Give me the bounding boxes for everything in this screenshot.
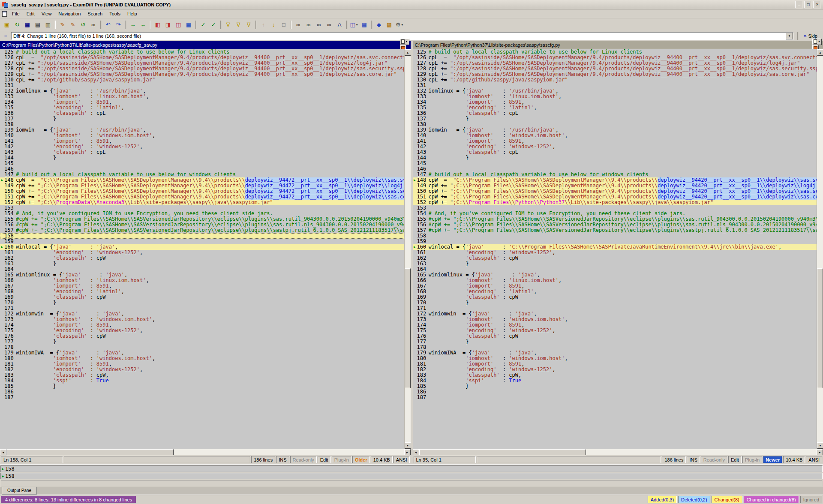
code-line[interactable]: 137 } <box>0 116 404 122</box>
maximize-button[interactable]: □ <box>804 1 812 8</box>
scrollbar-track[interactable] <box>817 56 823 442</box>
code-line[interactable]: 173 'iomhost' : 'windows.iom.host', <box>413 317 817 322</box>
titlebar[interactable]: sascfg_sav.py | sascfg.py - ExamDiff Pro… <box>0 0 823 9</box>
code-line[interactable]: 130cpL += ":/opt/github/saspy/java/saspy… <box>413 77 817 83</box>
prev-difference-button[interactable]: ← <box>138 20 148 30</box>
code-line[interactable]: 126cpL = "/opt/sasinside/SASHome/SASDepl… <box>0 55 404 60</box>
code-line[interactable]: 170 } <box>0 300 404 306</box>
search-button[interactable]: ∞ <box>88 20 99 30</box>
code-line[interactable]: 134 'iomport' : 8591, <box>413 99 817 105</box>
match-case-button[interactable]: A <box>334 20 345 30</box>
code-line[interactable]: 180 'iomhost' : 'windows.iom.host', <box>0 356 404 361</box>
close-button[interactable]: × <box>813 1 821 8</box>
code-line[interactable]: ►160winlocal = {'java' : 'C:\\Program Fi… <box>413 244 817 250</box>
code-line[interactable]: 154# And, if you've configured IOM to us… <box>0 211 404 216</box>
code-line[interactable]: 147# build out a local classpath variabl… <box>0 172 404 177</box>
code-line[interactable]: 172winiomwin = {'java' : 'java', <box>0 311 404 317</box>
code-line[interactable]: 184 'sspi' : True <box>0 378 404 384</box>
code-line[interactable]: 132iomlinux = {'java' : '/usr/bin/java', <box>0 88 404 94</box>
code-line[interactable]: 138 <box>0 122 404 127</box>
code-line[interactable]: 170 } <box>413 300 817 306</box>
edit-indicator[interactable]: Edit <box>318 456 331 463</box>
filter-changed-button[interactable]: ∇ <box>233 20 243 30</box>
code-line[interactable]: 158 <box>413 233 817 239</box>
menu-edit[interactable]: Edit <box>23 10 38 18</box>
code-line[interactable]: 136 'classpath' : cpL <box>0 111 404 116</box>
menu-file[interactable]: File <box>9 10 23 18</box>
code-line[interactable]: 181 'iomport' : 8591, <box>413 361 817 367</box>
combo-dropdown-button[interactable]: ▼ <box>786 33 793 39</box>
filter-button[interactable]: ∇ <box>223 20 233 30</box>
code-line[interactable]: 127cpL += ":/opt/sasinside/SASHome/SASDe… <box>413 60 817 66</box>
code-line[interactable]: 176 'classpath' : cpW <box>0 333 404 339</box>
code-line[interactable]: 142 'encoding' : 'windows-1252', <box>0 144 404 150</box>
code-line[interactable]: 128cpL += ":/opt/sasinside/SASHome/SASDe… <box>0 66 404 72</box>
code-line[interactable]: 176 'classpath' : cpW <box>413 333 817 339</box>
plugin-indicator[interactable]: Plug-in <box>332 456 351 463</box>
scrollbar-track[interactable] <box>419 449 817 455</box>
edit-first-file-button[interactable]: ✎ <box>57 20 68 30</box>
code-line[interactable]: 147# build out a local classpath variabl… <box>413 172 817 177</box>
code-line[interactable]: 174 'iomport' : 8591, <box>413 322 817 328</box>
left-horizontal-scrollbar[interactable]: ◄ ► <box>0 449 411 455</box>
code-line[interactable]: 133 'iomhost' : 'linux.iom.host', <box>0 94 404 99</box>
edit-second-file-button[interactable]: ✎ <box>68 20 78 30</box>
code-line[interactable]: 161 'encoding' : 'windows-1252', <box>0 250 404 255</box>
status-badge[interactable]: Added(0,3) <box>648 496 677 503</box>
code-line[interactable]: 153 <box>0 205 404 211</box>
code-line[interactable]: 152cpW += ";C:\\ProgramData\\Anaconda3\\… <box>0 200 404 205</box>
code-line[interactable]: 180 'iomhost' : 'windows.iom.host', <box>413 356 817 361</box>
code-line[interactable]: 174 'iomport' : 8591, <box>0 322 404 328</box>
right-vertical-scrollbar[interactable]: ▲ ▼ <box>817 49 823 449</box>
code-line[interactable]: 186 <box>0 389 404 395</box>
code-line[interactable]: 137 } <box>413 116 817 122</box>
code-line[interactable]: 152cpW += ";C:\\Program Files\\Python\\P… <box>413 200 817 205</box>
code-line[interactable]: 140 'iomhost' : 'windows.iom.host', <box>413 133 817 138</box>
code-line[interactable]: 133 'iomhost' : 'linux.iom.host', <box>413 94 817 99</box>
print-button[interactable]: ▤ <box>33 20 43 30</box>
code-line[interactable]: 144 } <box>413 155 817 161</box>
code-line[interactable]: 175 'encoding' : 'windows-1252', <box>0 328 404 333</box>
code-line[interactable]: 125# build out a local classpath variabl… <box>0 49 404 55</box>
options-button[interactable]: ⚙▼ <box>394 20 405 30</box>
code-line[interactable]: ►148cpW = "C:\\Program Files\\SASHome\\S… <box>413 177 817 183</box>
code-line[interactable]: 139iomwin = {'java' : '/usr/bin/java', <box>0 127 404 133</box>
prev-change-button[interactable]: ↑ <box>258 20 268 30</box>
code-line[interactable]: 183 'classpath' : cpW, <box>413 372 817 378</box>
code-line[interactable]: 169 'classpath' : cpW <box>413 294 817 300</box>
code-line[interactable]: 162 'classpath' : cpW <box>413 255 817 261</box>
scroll-up-button[interactable]: ▲ <box>817 49 823 56</box>
scroll-right-button[interactable]: ► <box>404 449 411 456</box>
code-line[interactable]: 142 'encoding' : 'windows-1252', <box>413 144 817 150</box>
find-first-diff-button[interactable]: ∞ <box>293 20 303 30</box>
show-both-files-button[interactable]: ◫ <box>173 20 183 30</box>
code-line[interactable]: 169 'classpath' : cpW <box>0 294 404 300</box>
code-line[interactable]: 185 } <box>0 384 404 389</box>
code-line[interactable]: 166 'iomhost' : 'linux.iom.host', <box>413 278 817 283</box>
code-line[interactable]: 163 } <box>413 261 817 267</box>
code-line[interactable]: 156#cpW += ";C:\\Program Files\\SASHome\… <box>413 222 817 228</box>
find-last-diff-button[interactable]: ∞ <box>324 20 334 30</box>
code-line[interactable]: 127cpL += ":/opt/sasinside/SASHome/SASDe… <box>0 60 404 66</box>
code-line[interactable]: 139iomwin = {'java' : '/usr/bin/java', <box>413 127 817 133</box>
code-line[interactable]: 163 } <box>0 261 404 267</box>
code-line[interactable]: 159 <box>413 239 817 244</box>
current-diff-line-second-file[interactable]: ► 158 <box>0 473 823 480</box>
document-icon[interactable] <box>2 11 7 17</box>
recompare-button[interactable]: ↺ <box>78 20 88 30</box>
redo-button[interactable]: ↷ <box>113 20 123 30</box>
menu-help[interactable]: Help <box>124 10 141 18</box>
code-line[interactable]: 168 'encoding' : 'latin1', <box>0 289 404 294</box>
menu-search[interactable]: Search <box>84 10 106 18</box>
code-line[interactable]: 178 <box>413 345 817 350</box>
code-line[interactable]: 140 'iomhost' : 'windows.iom.host', <box>0 133 404 138</box>
code-line[interactable]: 171 <box>413 306 817 311</box>
output-pane-tab[interactable]: Output Pane <box>2 487 37 495</box>
code-line[interactable]: 135 'encoding' : 'latin1', <box>413 105 817 111</box>
code-line[interactable]: 126cpL = "/opt/sasinside/SASHome/SASDepl… <box>413 55 817 60</box>
plugins-button[interactable]: ◆ <box>374 20 384 30</box>
ignore-options-button[interactable]: ▩ <box>384 20 394 30</box>
status-badge[interactable]: Deleted(0,2) <box>678 496 710 503</box>
code-line[interactable]: 132iomlinux = {'java' : '/usr/bin/java', <box>413 88 817 94</box>
code-line[interactable]: 158 <box>0 233 404 239</box>
